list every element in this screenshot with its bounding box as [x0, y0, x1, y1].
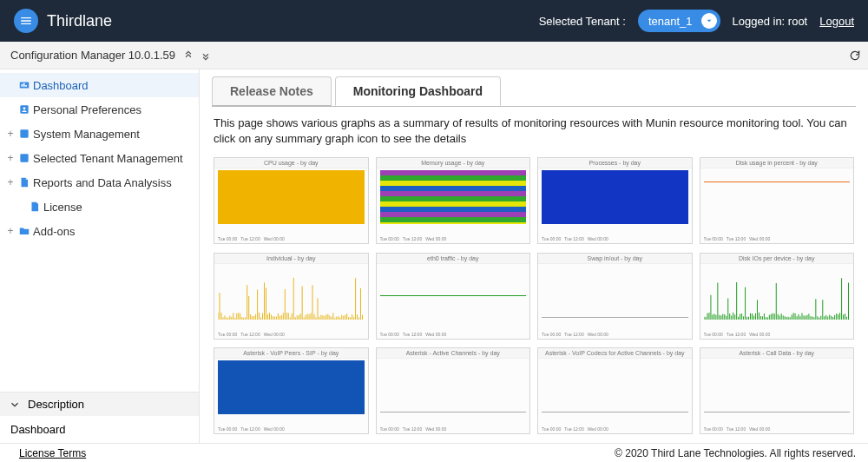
expand-icon[interactable]: + — [5, 225, 16, 237]
chevron-down-icon — [701, 13, 717, 29]
chart-preview — [380, 170, 527, 224]
chart-preview — [380, 360, 527, 414]
sidebar-item-license[interactable]: License — [0, 195, 199, 219]
main-content: Release NotesMonitoring Dashboard This p… — [200, 69, 868, 443]
svg-rect-2 — [23, 83, 25, 87]
expand-all-icon[interactable] — [200, 50, 212, 62]
refresh-icon[interactable] — [849, 50, 861, 62]
chart-legend: Tue 00:00Tue 12:00Wed 00:00 — [218, 332, 365, 337]
chart-title: Asterisk - VoIP Codecs for Active Channe… — [538, 348, 692, 359]
logout-link[interactable]: Logout — [819, 15, 854, 28]
chart-legend: Tue 00:00Tue 12:00Wed 00:00 — [218, 236, 365, 241]
sidebar: DashboardPersonal Preferences+System Man… — [0, 69, 200, 443]
chart-title: Disk IOs per device - by day — [700, 254, 854, 264]
sidebar-item-selected-tenant-management[interactable]: +Selected Tenant Management — [0, 146, 199, 170]
sidebar-item-label: Dashboard — [33, 79, 89, 92]
chart-legend: Tue 00:00Tue 12:00Wed 00:00 — [704, 426, 851, 432]
collapse-all-icon[interactable] — [182, 50, 194, 62]
sidebar-item-label: Reports and Data Analysiss — [33, 176, 172, 189]
sidebar-item-label: Selected Tenant Management — [33, 152, 183, 165]
chart-title: Individual - by day — [214, 254, 368, 264]
sidebar-item-add-ons[interactable]: +Add-ons — [0, 219, 199, 243]
chart-thumbnail-12[interactable]: Asterisk - Call Data - by dayTue 00:00Tu… — [700, 347, 855, 434]
chart-thumbnail-7[interactable]: Swap in/out - by dayTue 00:00Tue 12:00We… — [537, 253, 693, 340]
chart-thumbnail-8[interactable]: Disk IOs per device - by dayTue 00:00Tue… — [700, 253, 855, 340]
sidebar-item-label: License — [43, 201, 82, 214]
svg-rect-3 — [25, 85, 27, 87]
chart-thumbnail-6[interactable]: eth0 traffic - by dayTue 00:00Tue 12:00W… — [376, 253, 531, 340]
chart-legend: Tue 00:00Tue 12:00Wed 00:00 — [542, 426, 688, 432]
chart-title: eth0 traffic - by day — [377, 254, 530, 264]
license-terms-link[interactable]: License Terms — [19, 447, 86, 459]
chart-thumbnail-2[interactable]: Memory usage - by dayTue 00:00Tue 12:00W… — [376, 157, 531, 244]
nav-tree: DashboardPersonal Preferences+System Man… — [0, 69, 199, 392]
chart-preview — [218, 360, 365, 414]
chart-thumbnail-11[interactable]: Asterisk - VoIP Codecs for Active Channe… — [537, 347, 693, 434]
sidebar-item-label: System Management — [33, 128, 140, 141]
chart-legend: Tue 00:00Tue 12:00Wed 00:00 — [380, 332, 527, 337]
sidebar-item-personal-preferences[interactable]: Personal Preferences — [0, 97, 199, 122]
chart-legend: Tue 00:00Tue 12:00Wed 00:00 — [218, 426, 365, 432]
logo-icon — [14, 9, 38, 33]
expand-icon[interactable]: + — [5, 176, 16, 188]
chart-legend: Tue 00:00Tue 12:00Wed 00:00 — [542, 236, 688, 241]
logged-in-label: Logged in: root — [733, 15, 808, 28]
sidebar-item-dashboard[interactable]: Dashboard — [0, 73, 199, 97]
chart-thumbnail-5[interactable]: Individual - by dayTue 00:00Tue 12:00Wed… — [214, 253, 369, 340]
footer: License Terms © 2020 Third Lane Technolo… — [0, 443, 868, 462]
chart-legend: Tue 00:00Tue 12:00Wed 00:00 — [704, 332, 851, 337]
chart-title: Processes - by day — [538, 158, 692, 168]
chart-preview — [380, 266, 527, 320]
chart-legend: Tue 00:00Tue 12:00Wed 00:00 — [542, 332, 688, 337]
svg-rect-1 — [22, 84, 23, 87]
chart-title: Asterisk - Call Data - by day — [700, 348, 854, 359]
brand-title: Thirdlane — [47, 12, 112, 30]
subheader: Configuration Manager 10.0.1.59 — [0, 42, 868, 69]
folder-icon — [16, 225, 33, 237]
chart-grid: CPU usage - by dayTue 00:00Tue 12:00Wed … — [212, 154, 856, 443]
doc-icon — [16, 176, 33, 188]
svg-rect-7 — [20, 154, 28, 162]
tab-release-notes[interactable]: Release Notes — [212, 76, 332, 106]
chart-preview — [542, 360, 688, 414]
sidebar-item-system-management[interactable]: +System Management — [0, 122, 199, 146]
app-header: Thirdlane Selected Tenant : tenant_1 Log… — [0, 0, 868, 42]
cog-icon — [16, 128, 33, 140]
config-manager-title: Configuration Manager 10.0.1.59 — [10, 49, 175, 62]
chart-thumbnail-4[interactable]: Disk usage in percent - by dayTue 00:00T… — [700, 157, 855, 244]
chart-preview — [704, 170, 851, 224]
chart-thumbnail-9[interactable]: Asterisk - VoIP Peers - SIP - by dayTue … — [214, 347, 369, 434]
description-toggle[interactable]: Description — [0, 392, 199, 416]
user-icon — [16, 103, 33, 116]
chart-title: Disk usage in percent - by day — [700, 158, 854, 168]
tabs: Release NotesMonitoring Dashboard — [212, 76, 856, 107]
expand-icon[interactable]: + — [5, 128, 16, 140]
sidebar-item-reports-and-data-analysiss[interactable]: +Reports and Data Analysiss — [0, 170, 199, 195]
book-icon — [16, 152, 33, 164]
chart-legend: Tue 00:00Tue 12:00Wed 00:00 — [380, 426, 527, 432]
sidebar-item-label: Personal Preferences — [33, 103, 141, 116]
copyright-text: © 2020 Third Lane Technologies. All righ… — [615, 447, 856, 459]
description-body: Dashboard — [0, 416, 199, 443]
chart-preview — [542, 266, 688, 320]
chart-title: Swap in/out - by day — [538, 254, 692, 264]
chart-preview — [704, 266, 851, 320]
chart-title: Memory usage - by day — [377, 158, 530, 168]
svg-rect-6 — [20, 129, 28, 137]
chart-preview — [218, 266, 365, 320]
chart-thumbnail-10[interactable]: Asterisk - Active Channels - by dayTue 0… — [376, 347, 531, 434]
chart-title: CPU usage - by day — [214, 158, 368, 168]
chart-thumbnail-3[interactable]: Processes - by dayTue 00:00Tue 12:00Wed … — [537, 157, 693, 244]
chart-preview — [542, 170, 688, 224]
gauge-icon — [16, 79, 33, 91]
chart-preview — [218, 170, 365, 224]
chart-legend: Tue 00:00Tue 12:00Wed 00:00 — [380, 236, 527, 241]
tab-monitoring-dashboard[interactable]: Monitoring Dashboard — [335, 76, 501, 106]
tenant-value: tenant_1 — [648, 15, 693, 28]
chart-preview — [704, 360, 851, 414]
tenant-label: Selected Tenant : — [539, 15, 626, 28]
chevron-down-icon — [9, 399, 21, 411]
tenant-selector[interactable]: tenant_1 — [638, 10, 720, 32]
expand-icon[interactable]: + — [5, 152, 16, 164]
chart-thumbnail-1[interactable]: CPU usage - by dayTue 00:00Tue 12:00Wed … — [214, 157, 369, 244]
